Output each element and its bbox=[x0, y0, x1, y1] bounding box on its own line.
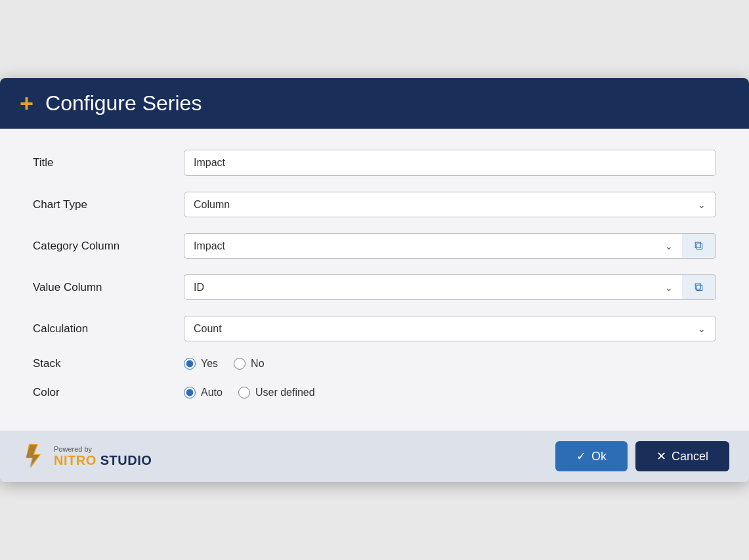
nitro-studio-logo-icon bbox=[20, 442, 47, 470]
chart-type-select[interactable]: Column Bar Line Pie Area bbox=[184, 192, 716, 217]
color-user-defined-label: User defined bbox=[255, 387, 315, 398]
footer-logo: Powered by NITRO STUDIO bbox=[20, 442, 152, 470]
value-column-field-wrapper: ID Impact Priority Status ⌄ ⧉ bbox=[184, 274, 716, 300]
calculation-label: Calculation bbox=[33, 322, 184, 335]
configure-series-dialog: + Configure Series Title Chart Type Colu… bbox=[0, 78, 749, 482]
ok-label: Ok bbox=[591, 450, 607, 463]
dialog-title: Configure Series bbox=[45, 91, 202, 116]
category-column-external-icon: ⧉ bbox=[695, 239, 703, 253]
color-user-defined-option[interactable]: User defined bbox=[238, 387, 315, 398]
brand-nitro-text: NITRO bbox=[54, 453, 96, 467]
stack-label: Stack bbox=[33, 357, 184, 370]
value-column-external-button[interactable]: ⧉ bbox=[682, 274, 716, 300]
value-column-external-icon: ⧉ bbox=[695, 280, 703, 294]
cancel-button[interactable]: ✕ Cancel bbox=[635, 441, 729, 471]
footer-buttons: ✓ Ok ✕ Cancel bbox=[555, 441, 729, 471]
title-input[interactable] bbox=[184, 150, 716, 176]
category-column-external-button[interactable]: ⧉ bbox=[682, 233, 716, 259]
stack-yes-label: Yes bbox=[201, 358, 218, 370]
color-auto-option[interactable]: Auto bbox=[184, 387, 223, 398]
category-column-label: Category Column bbox=[33, 240, 184, 253]
dialog-header: + Configure Series bbox=[0, 78, 749, 129]
value-column-label: Value Column bbox=[33, 281, 184, 294]
ok-check-icon: ✓ bbox=[576, 449, 586, 463]
color-label: Color bbox=[33, 386, 184, 399]
ok-button[interactable]: ✓ Ok bbox=[555, 441, 628, 471]
calculation-select[interactable]: Count Sum Average Min Max bbox=[184, 316, 716, 341]
dialog-body: Title Chart Type Column Bar Line Pie Are… bbox=[0, 129, 749, 431]
title-row: Title bbox=[33, 150, 716, 176]
stack-no-radio[interactable] bbox=[234, 358, 246, 370]
header-plus-icon: + bbox=[20, 92, 33, 116]
title-field-wrapper bbox=[184, 150, 716, 176]
stack-yes-radio[interactable] bbox=[184, 358, 196, 370]
stack-row: Stack Yes No bbox=[33, 357, 716, 370]
color-radio-group: Auto User defined bbox=[184, 387, 716, 398]
chart-type-row: Chart Type Column Bar Line Pie Area ⌄ bbox=[33, 192, 716, 217]
calculation-row: Calculation Count Sum Average Min Max ⌄ bbox=[33, 316, 716, 341]
color-user-defined-radio[interactable] bbox=[238, 387, 250, 398]
calculation-field-wrapper: Count Sum Average Min Max ⌄ bbox=[184, 316, 716, 341]
value-column-row: Value Column ID Impact Priority Status ⌄… bbox=[33, 274, 716, 300]
brand-name-text: NITRO STUDIO bbox=[54, 453, 152, 468]
title-label: Title bbox=[33, 156, 184, 169]
color-row: Color Auto User defined bbox=[33, 386, 716, 399]
dialog-footer: Powered by NITRO STUDIO ✓ Ok ✕ Cancel bbox=[0, 431, 749, 482]
category-column-row: Category Column Impact ID Priority Statu… bbox=[33, 233, 716, 259]
chart-type-field-wrapper: Column Bar Line Pie Area ⌄ bbox=[184, 192, 716, 217]
color-auto-radio[interactable] bbox=[184, 387, 196, 398]
stack-no-label: No bbox=[251, 358, 264, 370]
stack-yes-option[interactable]: Yes bbox=[184, 358, 218, 370]
cancel-x-icon: ✕ bbox=[656, 449, 666, 463]
cancel-label: Cancel bbox=[672, 450, 708, 463]
footer-brand-text: Powered by NITRO STUDIO bbox=[54, 445, 152, 468]
chart-type-label: Chart Type bbox=[33, 198, 184, 211]
brand-studio-text: STUDIO bbox=[100, 453, 152, 467]
category-column-select[interactable]: Impact ID Priority Status bbox=[184, 233, 682, 259]
stack-radio-group: Yes No bbox=[184, 358, 716, 370]
powered-by-text: Powered by bbox=[54, 445, 152, 453]
category-column-field-wrapper: Impact ID Priority Status ⌄ ⧉ bbox=[184, 233, 716, 259]
value-column-select[interactable]: ID Impact Priority Status bbox=[184, 274, 682, 300]
color-auto-label: Auto bbox=[201, 387, 223, 398]
stack-no-option[interactable]: No bbox=[234, 358, 264, 370]
